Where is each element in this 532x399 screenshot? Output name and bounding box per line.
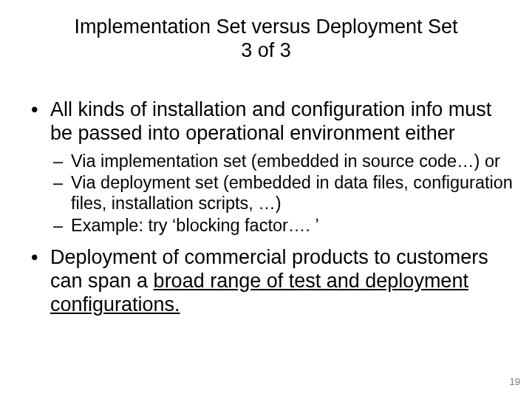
bullet-2: Deployment of commercial products to cus…: [28, 246, 519, 317]
slide-content: All kinds of installation and configurat…: [0, 63, 532, 317]
bullet-1-sub-1: Via implementation set (embedded in sour…: [50, 151, 519, 172]
bullet-1: All kinds of installation and configurat…: [28, 98, 519, 236]
slide-title: Implementation Set versus Deployment Set…: [0, 15, 532, 63]
title-line-1: Implementation Set versus Deployment Set: [74, 16, 457, 38]
slide: Implementation Set versus Deployment Set…: [0, 0, 532, 399]
bullet-1-text: All kinds of installation and configurat…: [50, 98, 491, 144]
bullet-list: All kinds of installation and configurat…: [28, 98, 519, 317]
page-number: 19: [510, 376, 520, 387]
bullet-1-sub-3: Example: try ‘blocking factor…. ’: [50, 216, 519, 236]
bullet-1-sub-2: Via deployment set (embedded in data fil…: [50, 173, 519, 214]
title-line-2: 3 of 3: [241, 39, 291, 61]
bullet-1-sublist: Via implementation set (embedded in sour…: [50, 151, 519, 236]
